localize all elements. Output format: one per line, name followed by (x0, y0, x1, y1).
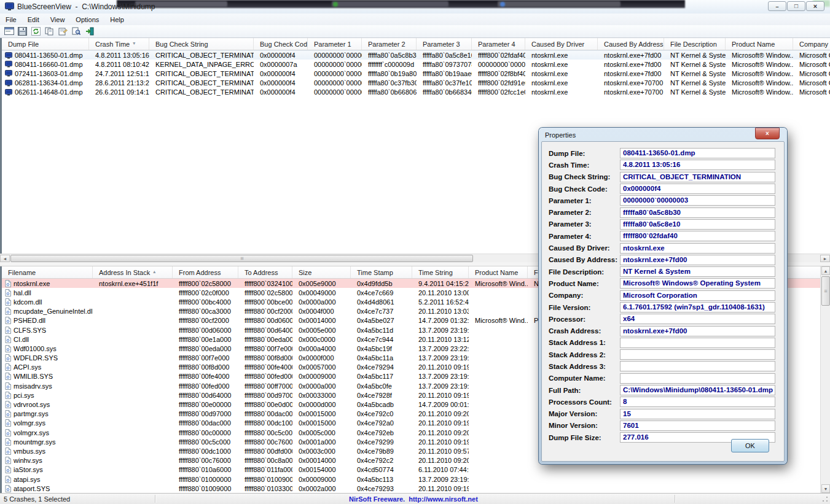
dialog-close-icon[interactable] (755, 128, 780, 139)
cell: Microsoft® Window... (726, 51, 793, 60)
column-header-product-name[interactable]: Product Name (469, 266, 528, 278)
table-row[interactable]: iaStor.sysfffff880`010a6000fffff880`011f… (2, 465, 820, 475)
table-row[interactable]: 062611-14648-01.dmp26.6.2011 09:14:19CRI… (2, 88, 830, 97)
cell: mcupdate_GenuineIntel.dll (2, 307, 93, 316)
vertical-scrollbar[interactable] (820, 266, 830, 493)
minimize-button[interactable] (768, 1, 786, 11)
field-value-caused-by-driver[interactable]: ntoskrnl.exe (620, 243, 775, 254)
column-header-caused-by-driver[interactable]: Caused By Driver (525, 38, 598, 50)
scroll-down-arrow-icon[interactable] (821, 484, 830, 493)
resize-grip[interactable] (821, 495, 829, 503)
field-value-dump-file[interactable]: 080411-13650-01.dmp (620, 148, 775, 158)
scroll-up-arrow-icon[interactable] (821, 266, 830, 275)
cell: 0x4cd50774 (351, 465, 412, 475)
field-value-minor-version[interactable]: 7601 (620, 421, 775, 431)
menu-view[interactable]: View (45, 14, 71, 25)
field-label-parameter-4: Parameter 4: (547, 233, 620, 240)
column-header-product-name[interactable]: Product Name (726, 38, 793, 50)
field-value-stack-address-3[interactable] (620, 361, 775, 371)
dialog-field-row: Crash Time:4.8.2011 13:05:16 (547, 159, 780, 171)
table-row[interactable]: atapi.sysfffff880`01000000fffff880`01009… (2, 475, 820, 484)
field-value-file-version[interactable]: 6.1.7601.17592 (win7sp1_gdr.110408-1631) (620, 302, 775, 312)
field-value-stack-address-2[interactable] (620, 349, 775, 360)
field-value-bug-check-code[interactable]: 0x000000f4 (620, 184, 775, 194)
horizontal-scrollbar-thumb[interactable] (10, 255, 473, 262)
field-value-parameter-3[interactable]: fffffa80`0a5c8e10 (620, 219, 775, 230)
field-value-crash-address[interactable]: ntoskrnl.exe+7fd00 (620, 326, 775, 336)
column-header-to-address[interactable]: To Address (238, 266, 292, 278)
advanced-options-icon[interactable] (3, 26, 15, 37)
refresh-icon[interactable] (30, 26, 42, 37)
copy-icon[interactable] (44, 26, 55, 37)
column-header-parameter-4[interactable]: Parameter 4 (472, 38, 525, 50)
cell: 00000000`000000... (308, 51, 362, 60)
table-row[interactable]: 080411-16660-01.dmp4.8.2011 08:10:42KERN… (2, 60, 830, 69)
scroll-right-arrow-icon[interactable] (820, 255, 830, 262)
driver-file-icon (5, 363, 11, 371)
scroll-left-arrow-icon[interactable] (0, 255, 10, 262)
field-value-caused-by-address[interactable]: ntoskrnl.exe+7fd00 (620, 255, 775, 265)
maximize-button[interactable] (787, 1, 805, 11)
cell (93, 363, 173, 372)
column-header-company[interactable]: Company (793, 38, 830, 50)
status-nirsoft-link[interactable]: NirSoft Freeware. http://www.nirsoft.net (349, 495, 478, 503)
cell (469, 456, 528, 465)
find-icon[interactable] (71, 26, 82, 37)
column-header-caused-by-address[interactable]: Caused By Address (598, 38, 664, 50)
column-header-filename[interactable]: Filename (2, 266, 93, 278)
close-button[interactable] (806, 1, 824, 11)
field-value-processor[interactable]: x64 (620, 314, 775, 324)
field-value-crash-time[interactable]: 4.8.2011 13:05:16 (620, 160, 775, 170)
column-header-bug-check-string[interactable]: Bug Check String (149, 38, 254, 50)
cell (93, 307, 173, 316)
cell: 0x4ce79299 (351, 437, 412, 446)
column-header-parameter-3[interactable]: Parameter 3 (417, 38, 472, 50)
cell: 0x0003c000 (292, 446, 351, 456)
field-value-parameter-2[interactable]: fffffa80`0a5c8b30 (620, 207, 775, 218)
field-value-product-name[interactable]: Microsoft® Windows® Operating System (620, 278, 775, 289)
status-crash-count: 5 Crashes, 1 Selected (4, 495, 70, 503)
field-value-full-path[interactable]: C:\Windows\Minidump\080411-13650-01.dmp (620, 385, 775, 395)
column-header-address-in-stack[interactable]: Address In Stack▴ (93, 266, 173, 278)
table-row[interactable]: 072411-13603-01.dmp24.7.2011 12:51:19CRI… (2, 69, 830, 78)
cell: fffffa80`0c37fe10 (417, 79, 472, 88)
column-header-crash-time[interactable]: Crash Time▾ (89, 38, 149, 50)
column-header-parameter-1[interactable]: Parameter 1 (308, 38, 362, 50)
menu-file[interactable]: File (0, 14, 22, 25)
table-row[interactable]: 062811-13634-01.dmp28.6.2011 21:13:20CRI… (2, 79, 830, 88)
cell: fffff880`010a6000 (173, 465, 238, 475)
column-header-bug-check-code[interactable]: Bug Check Code (254, 38, 308, 50)
cell (469, 465, 528, 475)
field-value-bug-check-string[interactable]: CRITICAL_OBJECT_TERMINATION (620, 172, 775, 182)
menu-edit[interactable]: Edit (22, 14, 45, 25)
properties-icon[interactable] (57, 26, 69, 37)
vertical-scrollbar-thumb[interactable] (821, 276, 830, 306)
save-icon[interactable] (17, 26, 28, 37)
column-header-parameter-2[interactable]: Parameter 2 (362, 38, 417, 50)
field-value-major-version[interactable]: 15 (620, 409, 775, 419)
field-value-computer-name[interactable] (620, 373, 775, 384)
cell (469, 325, 528, 335)
cell: fffff880`00eda000 (238, 335, 292, 344)
ok-button[interactable]: OK (731, 439, 769, 452)
crash-list-body: 080411-13650-01.dmp4.8.2011 13:05:16CRIT… (2, 50, 830, 97)
column-header-size[interactable]: Size (292, 266, 351, 278)
column-header-dump-file[interactable]: Dump File (2, 38, 89, 50)
cell: fffff880`01009000 (238, 475, 292, 484)
cell: CRITICAL_OBJECT_TERMINATION (149, 51, 254, 60)
menu-options[interactable]: Options (70, 14, 104, 25)
field-value-parameter-1[interactable]: 00000000`00000003 (620, 195, 775, 206)
column-header-time-stamp[interactable]: Time Stamp (351, 266, 412, 278)
field-value-file-description[interactable]: NT Kernel & System (620, 266, 775, 277)
field-value-parameter-4[interactable]: fffff800`02fdaf40 (620, 231, 775, 241)
column-header-file-description[interactable]: File Description (664, 38, 726, 50)
table-row[interactable]: ataport.SYSfffff880`01009000fffff880`010… (2, 484, 820, 493)
menu-help[interactable]: Help (104, 14, 130, 25)
table-row[interactable]: 080411-13650-01.dmp4.8.2011 13:05:16CRIT… (2, 50, 830, 60)
field-value-processors-count[interactable]: 8 (620, 397, 775, 407)
column-header-time-string[interactable]: Time String (412, 266, 469, 278)
column-header-from-address[interactable]: From Address (173, 266, 238, 278)
exit-icon[interactable] (84, 26, 96, 37)
field-value-company[interactable]: Microsoft Corporation (620, 290, 775, 301)
field-value-stack-address-1[interactable] (620, 338, 775, 348)
